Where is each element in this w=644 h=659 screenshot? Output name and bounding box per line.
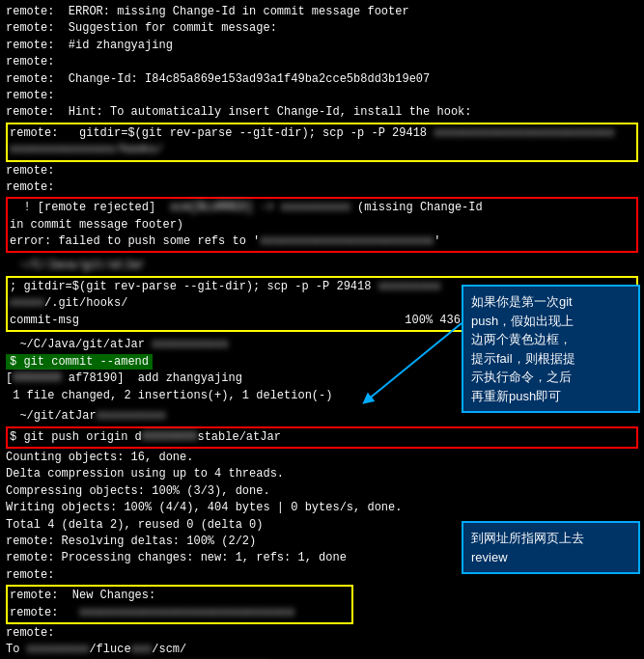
line-to: To xxxxxxxxx/flucexxx/scm/ bbox=[6, 642, 638, 658]
yellow-box-1: remote: gitdir=$(git rev-parse --git-dir… bbox=[6, 123, 638, 162]
line-path-blurred: ~/C/Java/git/atJar bbox=[6, 258, 638, 274]
yellow-new-changes-box: remote: New Changes: remote: xxxxxxxxxxx… bbox=[6, 585, 353, 624]
line-delta: Delta compression using up to 4 threads. bbox=[6, 466, 638, 482]
blurred-path-1: xxxxxxxxxxxxxxx/hooks/ bbox=[10, 143, 162, 156]
line-remote-blank4: remote: bbox=[6, 179, 638, 196]
line-remote-blank1: remote: bbox=[6, 54, 638, 70]
line-counting: Counting objects: 16, done. bbox=[6, 450, 638, 466]
git-commit-label: $ git commit --amend bbox=[6, 354, 153, 370]
tooltip-bottom-text: 到网址所指网页上去 review bbox=[471, 531, 584, 564]
line-writing: Writing objects: 100% (4/4), 404 bytes |… bbox=[6, 500, 638, 516]
red-error-box: ! [remote rejected] scm[BLURRED] -> xxxx… bbox=[6, 197, 638, 253]
tooltip-bottom: 到网址所指网页上去 review bbox=[462, 521, 640, 574]
terminal: remote: ERROR: missing Change-Id in comm… bbox=[0, 0, 644, 659]
line-id: remote: #id zhangyajing bbox=[6, 38, 638, 54]
line-remote-blank2: remote: bbox=[6, 88, 638, 104]
tooltip-top-text: 如果你是第一次git push，假如出现上 边两个黄色边框， 提示fail，则根… bbox=[471, 294, 575, 403]
tooltip-top: 如果你是第一次git push，假如出现上 边两个黄色边框， 提示fail，则根… bbox=[462, 285, 640, 413]
line-error: remote: ERROR: missing Change-Id in comm… bbox=[6, 4, 638, 20]
line-compressing: Compressing objects: 100% (3/3), done. bbox=[6, 483, 638, 500]
red-push-box: $ git push origin dXXXXXXXXstable/atJar bbox=[6, 426, 638, 449]
line-changeid: remote: Change-Id: I84c85a869e153ad93a1f… bbox=[6, 71, 638, 88]
line-remote-blank6: remote: bbox=[6, 625, 638, 642]
line-remote-blank3: remote: bbox=[6, 163, 638, 179]
blurred-url-1: xxxxxxxxxxxxxxxxxxxxxxxxxx bbox=[434, 126, 614, 140]
line-suggestion: remote: Suggestion for commit message: bbox=[6, 20, 638, 37]
line-hint: remote: Hint: To automatically insert Ch… bbox=[6, 104, 638, 121]
